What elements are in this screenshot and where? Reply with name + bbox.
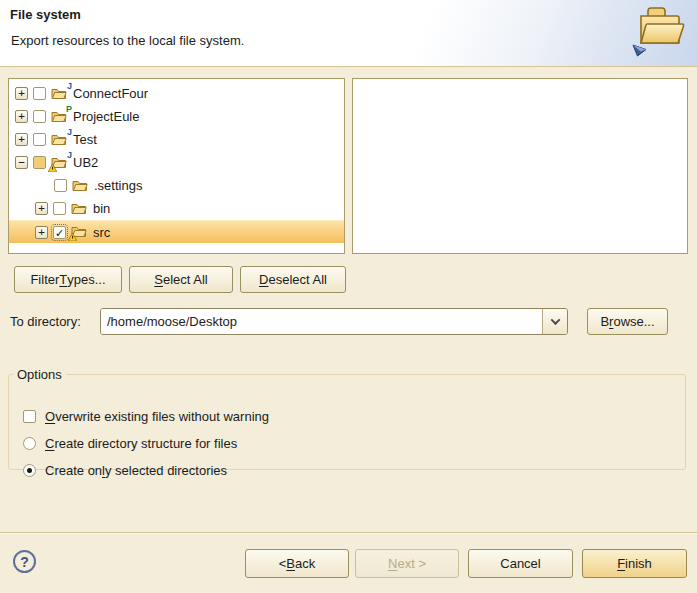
tree-item-label: src — [93, 225, 110, 240]
create-structure-radio[interactable] — [23, 437, 36, 450]
checkbox-test[interactable] — [33, 133, 46, 146]
expand-plus-icon[interactable]: + — [15, 87, 28, 100]
project-folder-icon: P — [51, 110, 68, 124]
tree-item-label: Test — [73, 132, 97, 147]
directory-input[interactable] — [101, 309, 542, 334]
option-create-structure[interactable]: Create directory structure for files — [23, 435, 237, 451]
option-overwrite[interactable]: Overwrite existing files without warning — [23, 408, 269, 424]
expand-plus-icon[interactable]: + — [15, 110, 28, 123]
finish-button[interactable]: Finish — [582, 549, 687, 578]
tree-item-label: .settings — [94, 178, 142, 193]
expand-plus-icon[interactable]: + — [15, 133, 28, 146]
option-create-selected[interactable]: Create only selected directories — [23, 462, 227, 478]
cancel-button[interactable]: Cancel — [468, 549, 573, 578]
folder-icon — [71, 202, 88, 216]
tree-item-src-selected[interactable]: + ✓ src — [9, 220, 344, 243]
option-label: Create only selected directories — [45, 463, 227, 478]
select-all-button[interactable]: Select All — [129, 266, 233, 293]
tree-item-label: ConnectFour — [73, 86, 148, 101]
tree-item-settings[interactable]: .settings — [9, 174, 344, 197]
checkbox-bin[interactable] — [53, 202, 66, 215]
tree-item-label: ProjectEule — [73, 109, 139, 124]
deselect-all-button[interactable]: Deselect All — [240, 266, 346, 293]
tree-item-label: bin — [93, 201, 110, 216]
page-subtitle: Export resources to the local file syste… — [11, 33, 244, 48]
checkbox-projecteule[interactable] — [33, 110, 46, 123]
java-project-folder-icon: J — [51, 133, 68, 147]
project-tree: + J ConnectFour + P ProjectEule + J — [8, 78, 345, 254]
checkbox-ub2-mixed[interactable] — [33, 156, 46, 169]
java-project-folder-icon: J — [51, 87, 68, 101]
option-label: Create directory structure for files — [45, 436, 237, 451]
project-decorator: P — [66, 105, 72, 114]
tree-item-ub2[interactable]: − J UB2 — [9, 151, 344, 174]
java-decorator: J — [67, 128, 72, 137]
next-button-disabled[interactable]: Next > — [355, 549, 459, 578]
file-list-panel[interactable] — [352, 78, 688, 254]
tree-item-connectfour[interactable]: + J ConnectFour — [9, 82, 344, 105]
export-wizard-dialog: File system Export resources to the loca… — [0, 0, 697, 593]
checkbox-settings[interactable] — [54, 179, 67, 192]
help-button[interactable]: ? — [13, 550, 36, 573]
collapse-minus-icon[interactable]: − — [15, 156, 28, 169]
options-group: Options Overwrite existing files without… — [8, 367, 686, 470]
combo-dropdown-button[interactable] — [542, 309, 567, 334]
directory-combobox — [100, 308, 568, 335]
footer-divider — [0, 532, 697, 533]
create-selected-radio-selected[interactable] — [23, 464, 36, 477]
wizard-banner: File system Export resources to the loca… — [0, 0, 697, 67]
options-legend: Options — [13, 367, 66, 382]
tree-item-label: UB2 — [73, 155, 98, 170]
java-project-folder-warning-icon: J — [51, 156, 68, 170]
warning-triangle-icon — [48, 164, 57, 172]
tree-item-bin[interactable]: + bin — [9, 197, 344, 220]
tree-item-projecteule[interactable]: + P ProjectEule — [9, 105, 344, 128]
folder-icon — [72, 179, 89, 193]
java-decorator: J — [67, 151, 72, 160]
back-button[interactable]: < Back — [245, 549, 349, 578]
tree-item-test[interactable]: + J Test — [9, 128, 344, 151]
option-label: Overwrite existing files without warning — [45, 409, 269, 424]
page-title: File system — [10, 7, 81, 22]
java-decorator: J — [67, 82, 72, 91]
filter-types-button[interactable]: Filter Types... — [14, 266, 122, 293]
export-folder-icon — [631, 3, 687, 59]
expand-plus-icon[interactable]: + — [35, 202, 48, 215]
folder-warning-icon — [71, 225, 88, 239]
checkbox-connectfour[interactable] — [33, 87, 46, 100]
chevron-down-icon — [550, 315, 560, 325]
checkbox-src-checked[interactable]: ✓ — [53, 226, 66, 239]
browse-button[interactable]: Browse... — [587, 308, 668, 335]
to-directory-label: To directory: — [10, 314, 81, 329]
overwrite-checkbox[interactable] — [23, 410, 36, 423]
warning-triangle-icon — [68, 233, 77, 241]
expand-plus-icon[interactable]: + — [35, 226, 48, 239]
